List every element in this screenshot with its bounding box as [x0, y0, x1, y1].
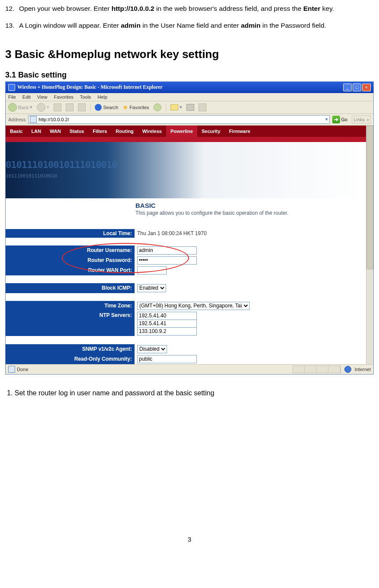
tab-powerline[interactable]: Powerline	[166, 126, 197, 137]
links-button[interactable]: Links »	[352, 116, 371, 123]
tab-lan[interactable]: LAN	[27, 126, 45, 137]
mail-icon	[170, 104, 178, 110]
search-icon	[95, 104, 102, 111]
text: in the web browser's address field, and …	[154, 5, 303, 12]
label-ntp: NTP Servers:	[100, 312, 132, 318]
window-title: Wireless + HomePlug Design: Basic - Micr…	[17, 84, 163, 90]
window-titlebar: Wireless + HomePlug Design: Basic - Micr…	[6, 82, 373, 93]
page-icon	[30, 116, 37, 123]
ntp-input-3[interactable]	[137, 327, 197, 336]
text: in the Password field.	[260, 22, 326, 29]
chevron-down-icon: ▾	[47, 104, 49, 110]
step-number: 12.	[5, 4, 19, 13]
tab-status[interactable]: Status	[65, 126, 89, 137]
hero-binary-text-small: 101110010111010010	[6, 173, 57, 179]
address-value: http://10.0.0.2/	[39, 117, 69, 122]
search-button[interactable]: Search	[95, 104, 118, 111]
username-input[interactable]	[137, 246, 197, 255]
menu-help[interactable]: Help	[97, 94, 107, 100]
tab-security[interactable]: Security	[197, 126, 225, 137]
status-bar: Done Internet	[6, 364, 373, 374]
text: key.	[321, 5, 334, 12]
instructions-list: 12. Open your web browser. Enter http://…	[5, 4, 374, 30]
value-local-time: Thu Jan 1 08:00:24 HKT 1970	[135, 229, 207, 238]
tab-filters[interactable]: Filters	[88, 126, 111, 137]
menu-bar: File Edit View Favorites Tools Help	[6, 93, 373, 101]
history-button[interactable]	[154, 103, 161, 111]
back-icon	[8, 103, 17, 112]
hero-banner: 010111010010111010010 101110010111010010	[6, 142, 366, 198]
address-input[interactable]: http://10.0.0.2/ ▾	[28, 115, 329, 124]
tab-routing[interactable]: Routing	[111, 126, 138, 137]
router-admin-page: Basic LAN WAN Status Filters Routing Wir…	[6, 126, 366, 364]
print-icon	[186, 104, 194, 111]
row-username: Router Username:	[6, 246, 366, 255]
time-zone-select[interactable]: (GMT+08) Hong Kong, Perth, Singapore, Ta…	[137, 302, 250, 310]
home-button[interactable]	[78, 103, 86, 111]
status-panes	[292, 365, 341, 373]
status-text: Done	[17, 367, 28, 372]
block-icmp-select[interactable]: Enabled	[137, 284, 166, 292]
mail-button[interactable]: ▾	[170, 104, 182, 110]
ie-window-screenshot: Wireless + HomePlug Design: Basic - Micr…	[5, 81, 374, 375]
forward-button[interactable]: ▾	[37, 103, 49, 112]
stop-button[interactable]	[54, 103, 61, 111]
hero-binary-text: 010111010010111010010	[6, 159, 117, 170]
step-body: Open your web browser. Enter http://10.0…	[19, 4, 374, 13]
zone-text: Internet	[355, 367, 371, 372]
caption-text: 1. Set the router log in user name and p…	[7, 389, 374, 397]
step-13: 13. A Login window will appear. Enter ad…	[5, 21, 374, 30]
tab-firmware[interactable]: Firmware	[225, 126, 254, 137]
page-description: This page allows you to configure the ba…	[135, 210, 366, 216]
tab-wireless[interactable]: Wireless	[138, 126, 166, 137]
minimize-button[interactable]: _	[343, 84, 352, 91]
home-icon	[78, 103, 86, 111]
page-number: 3	[5, 536, 374, 543]
row-wan-port: Router WAN Port:	[6, 265, 366, 275]
print-button[interactable]	[186, 104, 194, 111]
password-input[interactable]	[137, 256, 197, 265]
edit-icon	[199, 103, 206, 111]
tab-basic[interactable]: Basic	[6, 126, 27, 137]
nav-tabs: Basic LAN WAN Status Filters Routing Wir…	[6, 126, 366, 137]
close-button[interactable]: ×	[362, 84, 371, 91]
edit-button[interactable]	[199, 103, 206, 111]
ntp-input-2[interactable]	[137, 320, 197, 328]
menu-file[interactable]: File	[8, 94, 16, 100]
menu-view[interactable]: View	[37, 94, 48, 100]
row-ntp: NTP Servers:	[6, 311, 366, 336]
community-input[interactable]	[137, 355, 197, 363]
page-title: BASIC	[135, 202, 366, 209]
ntp-input-1[interactable]	[137, 312, 197, 320]
chevron-down-icon: ▾	[30, 104, 32, 110]
search-label: Search	[103, 105, 118, 110]
chevron-down-icon[interactable]: ▾	[325, 116, 328, 122]
snmp-select[interactable]: Disabled	[137, 345, 167, 353]
vertical-scrollbar[interactable]	[366, 126, 373, 364]
wan-port-input[interactable]	[137, 266, 167, 275]
refresh-icon	[66, 103, 74, 111]
tab-wan[interactable]: WAN	[45, 126, 65, 137]
go-button[interactable]: ➜ Go	[332, 116, 348, 123]
text: A Login window will appear. Enter	[19, 22, 121, 29]
text: Open your web browser. Enter	[19, 5, 112, 12]
back-button[interactable]: Back ▾	[8, 103, 32, 112]
stop-icon	[54, 103, 61, 111]
step-body: A Login window will appear. Enter admin …	[19, 21, 374, 30]
key-text: Enter	[303, 5, 321, 12]
favorites-button[interactable]: ★ Favorites	[122, 103, 149, 111]
menu-favorites[interactable]: Favorites	[54, 94, 74, 100]
ie-icon	[8, 84, 15, 91]
label-community: Read-Only Community:	[74, 356, 132, 362]
maximize-button[interactable]: □	[353, 84, 361, 91]
menu-edit[interactable]: Edit	[22, 94, 31, 100]
scroll-thumb[interactable]	[366, 126, 373, 270]
label-username: Router Username:	[87, 247, 132, 253]
page-icon	[8, 366, 15, 373]
globe-icon	[344, 366, 351, 373]
refresh-button[interactable]	[66, 103, 74, 111]
label-password: Router Password:	[87, 257, 132, 263]
row-block-icmp: Block ICMP: Enabled	[6, 283, 366, 293]
go-label: Go	[341, 117, 348, 122]
menu-tools[interactable]: Tools	[80, 94, 91, 100]
